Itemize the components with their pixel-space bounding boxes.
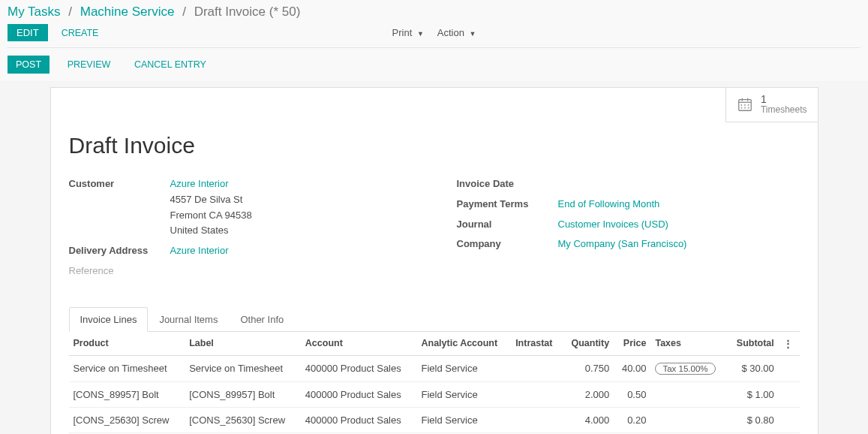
cell-product: Service on Timesheet	[69, 355, 185, 381]
label-journal: Journal	[457, 217, 558, 233]
th-account: Account	[301, 332, 417, 356]
control-panel: EDIT CREATE Print ▼ Action ▼	[0, 20, 868, 47]
cell-quantity: 4.000	[562, 407, 614, 432]
cell-taxes	[650, 407, 727, 432]
caret-down-icon: ▼	[470, 30, 476, 38]
cancel-entry-button[interactable]: CANCEL ENTRY	[128, 56, 212, 74]
stat-label: Timesheets	[761, 105, 807, 115]
cell-label: [CONS_25630] Screw	[185, 407, 301, 432]
th-quantity: Quantity	[562, 332, 614, 356]
cell-subtotal: $ 30.00	[727, 355, 779, 381]
cell-product: [CONS_25630] Screw	[69, 407, 185, 432]
breadcrumb: My Tasks / Machine Service / Draft Invoi…	[0, 0, 868, 20]
right-column: Invoice Date Payment Terms End of Follow…	[457, 176, 800, 284]
action-dropdown[interactable]: Action ▼	[437, 27, 476, 38]
cell-spacer	[779, 407, 800, 432]
left-column: Customer Azure Interior 4557 De Silva St…	[69, 176, 412, 284]
invoice-date-value	[558, 176, 800, 192]
th-price: Price	[614, 332, 650, 356]
cell-analytic: Field Service	[417, 407, 512, 432]
journal-link[interactable]: Customer Invoices (USD)	[558, 219, 668, 230]
tab-invoice-lines[interactable]: Invoice Lines	[69, 307, 149, 332]
delivery-link[interactable]: Azure Interior	[170, 245, 229, 256]
th-subtotal: Subtotal	[727, 332, 779, 356]
cell-price: 0.20	[614, 407, 650, 432]
tab-journal-items[interactable]: Journal Items	[148, 307, 229, 332]
cell-spacer	[779, 381, 800, 407]
table-row[interactable]: [CONS_89957] Bolt[CONS_89957] Bolt400000…	[69, 381, 800, 407]
customer-link[interactable]: Azure Interior	[170, 178, 229, 189]
cell-price: 40.00	[614, 355, 650, 381]
cell-quantity: 2.000	[562, 381, 614, 407]
form-sheet: 1 Timesheets Draft Invoice Customer Azur…	[50, 87, 818, 434]
cell-account: 400000 Product Sales	[301, 407, 417, 432]
th-options[interactable]: ⋮	[779, 332, 800, 356]
invoice-lines-table: Product Label Account Analytic Account I…	[69, 332, 800, 433]
print-dropdown[interactable]: Print ▼	[392, 27, 424, 38]
cell-product: [CONS_89957] Bolt	[69, 381, 185, 407]
addr-country: United States	[170, 225, 229, 236]
cell-taxes: Tax 15.00%	[650, 355, 727, 381]
company-link[interactable]: My Company (San Francisco)	[558, 238, 687, 249]
breadcrumb-current: Draft Invoice (* 50)	[194, 5, 301, 19]
action-label: Action	[437, 27, 464, 38]
cell-intrastat	[511, 355, 562, 381]
cell-analytic: Field Service	[417, 355, 512, 381]
print-label: Print	[392, 27, 413, 38]
cell-intrastat	[511, 407, 562, 432]
caret-down-icon: ▼	[417, 30, 424, 38]
tab-other-info[interactable]: Other Info	[229, 307, 295, 332]
cell-analytic: Field Service	[417, 381, 512, 407]
cell-label: [CONS_89957] Bolt	[185, 381, 301, 407]
label-delivery-address: Delivery Address	[69, 243, 170, 259]
reference-value	[170, 264, 412, 279]
stat-count: 1	[761, 94, 807, 105]
addr-street: 4557 De Silva St	[170, 194, 243, 205]
th-label: Label	[185, 332, 301, 356]
breadcrumb-link-mytasks[interactable]: My Tasks	[8, 5, 61, 19]
breadcrumb-sep-1: /	[68, 5, 72, 19]
post-button[interactable]: POST	[8, 56, 50, 74]
cell-price: 0.50	[614, 381, 650, 407]
preview-button[interactable]: PREVIEW	[62, 56, 117, 74]
th-intrastat: Intrastat	[511, 332, 562, 356]
label-customer: Customer	[69, 176, 170, 239]
cell-taxes	[650, 381, 727, 407]
breadcrumb-sep-2: /	[182, 5, 186, 19]
cell-label: Service on Timesheet	[185, 355, 301, 381]
status-bar: POST PREVIEW CANCEL ENTRY	[0, 48, 868, 81]
stat-button-timesheets[interactable]: 1 Timesheets	[725, 88, 818, 122]
cell-account: 400000 Product Sales	[301, 355, 417, 381]
cell-subtotal: $ 0.80	[727, 407, 779, 432]
cell-spacer	[779, 355, 800, 381]
label-company: Company	[457, 237, 558, 252]
cell-intrastat	[511, 381, 562, 407]
th-taxes: Taxes	[650, 332, 727, 356]
th-product: Product	[69, 332, 185, 356]
label-reference: Reference	[69, 264, 170, 279]
notebook-tabs: Invoice Lines Journal Items Other Info	[69, 306, 800, 332]
cell-subtotal: $ 1.00	[727, 381, 779, 407]
create-button[interactable]: CREATE	[56, 25, 105, 41]
payment-terms-link[interactable]: End of Following Month	[558, 198, 660, 209]
table-row[interactable]: [CONS_25630] Screw[CONS_25630] Screw4000…	[69, 407, 800, 432]
edit-button[interactable]: EDIT	[8, 24, 48, 41]
label-invoice-date: Invoice Date	[457, 176, 558, 192]
tax-tag: Tax 15.00%	[655, 363, 715, 375]
page-title: Draft Invoice	[69, 133, 800, 158]
th-analytic: Analytic Account	[417, 332, 512, 356]
cell-account: 400000 Product Sales	[301, 381, 417, 407]
addr-city: Fremont CA 94538	[170, 209, 252, 221]
breadcrumb-link-machine-service[interactable]: Machine Service	[80, 5, 175, 19]
label-payment-terms: Payment Terms	[457, 197, 558, 212]
cell-quantity: 0.750	[562, 355, 614, 381]
calendar-icon	[737, 96, 753, 113]
table-row[interactable]: Service on TimesheetService on Timesheet…	[69, 355, 800, 381]
